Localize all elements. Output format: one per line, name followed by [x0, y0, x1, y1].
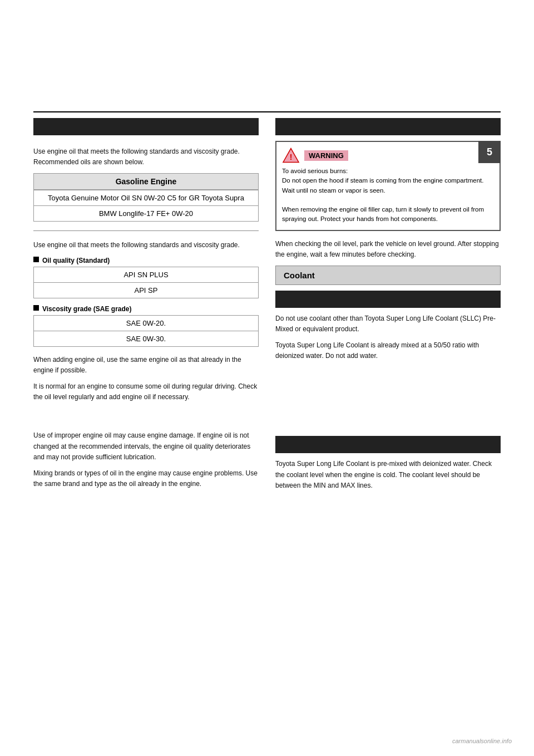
page-container: Use engine oil that meets the following … — [0, 0, 534, 756]
bottom-right: Toyota Super Long Life Coolant is pre-mi… — [275, 425, 501, 497]
bullet-row-1: Oil quality (Standard) — [33, 257, 259, 264]
left-column: Use engine oil that meets the following … — [33, 141, 259, 408]
section-divider — [33, 230, 259, 231]
coolant-body-text-2: Toyota Super Long Life Coolant is alread… — [275, 340, 501, 361]
bullet2-text: Viscosity grade (SAE grade) — [42, 305, 132, 313]
sae-0w20-row: SAE 0W-20. — [33, 315, 259, 331]
top-rule — [33, 111, 501, 112]
oil-row-1: Toyota Genuine Motor Oil SN 0W-20 C5 for… — [33, 190, 259, 206]
svg-text:!: ! — [290, 153, 293, 161]
top-header-row — [0, 118, 534, 135]
footer-watermark: carmanualsonline.info — [452, 737, 512, 745]
carmanuals-logo-text: carmanualsonline.info — [452, 738, 512, 744]
right-column: 5 ! WARNING To avoid serious burns: Do n… — [275, 141, 501, 408]
warning-header: ! WARNING — [282, 148, 494, 163]
bottom-left-text2: Mixing brands or types of oil in the eng… — [33, 468, 259, 489]
left-body-text-middle: Use engine oil that meets the following … — [33, 240, 259, 251]
coolant-body-text-1: Do not use coolant other than Toyota Sup… — [275, 313, 501, 335]
oil-row-2: BMW Longlife-17 FE+ 0W-20 — [33, 206, 259, 222]
top-right-header-right — [275, 118, 501, 135]
square-bullet-2 — [33, 305, 39, 311]
api-sp-row: API SP — [33, 283, 259, 298]
bottom-section: Use of improper engine oil may cause eng… — [0, 425, 534, 497]
warning-box: ! WARNING To avoid serious burns: Do not… — [275, 141, 501, 231]
sae-0w30-row: SAE 0W-30. — [33, 331, 259, 347]
gasoline-engine-header: Gasoline Engine — [33, 173, 259, 190]
warning-title: WARNING — [304, 150, 348, 161]
coolant-dark-bar — [275, 291, 501, 308]
warning-text: To avoid serious burns: Do not open the … — [282, 166, 494, 224]
left-body-text-above: Use engine oil that meets the following … — [33, 146, 259, 168]
page-number-badge: 5 — [478, 141, 501, 163]
bottom-left-text: Use of improper engine oil may cause eng… — [33, 430, 259, 463]
top-left-header-left — [33, 118, 259, 135]
coolant-header: Coolant — [275, 266, 501, 285]
warning-triangle-icon: ! — [282, 148, 300, 163]
left-body-text-bottom2: It is normal for an engine to consume so… — [33, 381, 259, 402]
top-left-dark-bar — [33, 118, 259, 135]
top-right-dark-bar — [275, 118, 501, 135]
bullet1-text: Oil quality (Standard) — [42, 257, 110, 264]
bottom-right-text: Toyota Super Long Life Coolant is pre-mi… — [275, 459, 501, 491]
bottom-dark-bar — [275, 436, 501, 453]
api-sn-plus-row: API SN PLUS — [33, 267, 259, 283]
bottom-left: Use of improper engine oil may cause eng… — [33, 425, 259, 497]
bullet-row-2: Viscosity grade (SAE grade) — [33, 305, 259, 313]
main-content: Use engine oil that meets the following … — [0, 141, 534, 408]
right-body-text-1: When checking the oil level, park the ve… — [275, 239, 501, 260]
left-body-text-bottom1: When adding engine oil, use the same eng… — [33, 355, 259, 376]
square-bullet-1 — [33, 257, 39, 262]
